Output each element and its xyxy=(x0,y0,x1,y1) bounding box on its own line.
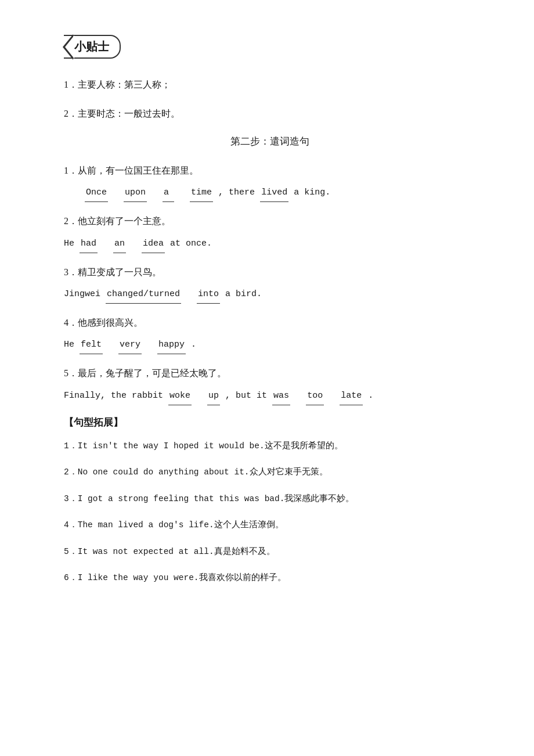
sentence-3-chinese: 3．精卫变成了一只鸟。 xyxy=(64,264,476,281)
ext-item-1-text: It isn't the way I hoped it would be.这不是… xyxy=(78,441,343,451)
ext-item-6-text: I like the way you were.我喜欢你以前的样子。 xyxy=(78,573,286,582)
point-1: 1．主要人称：第三人称； xyxy=(64,76,476,93)
ext-item-3-num: 3． xyxy=(64,494,78,503)
ext-item-4-num: 4． xyxy=(64,520,78,530)
word-very: very xyxy=(118,336,142,354)
ext-item-3-text: I got a strong feeling that this was bad… xyxy=(78,494,355,503)
sentence-3-num: 3． xyxy=(64,267,78,277)
tip-badge: 小贴士 xyxy=(64,35,121,59)
ext-item-2-num: 2． xyxy=(64,467,78,477)
ext-item-2: 2．No one could do anything about it.众人对它… xyxy=(64,465,476,481)
ext-item-5-text: It was not expected at all.真是始料不及。 xyxy=(78,547,275,556)
tip-badge-text: 小贴士 xyxy=(74,40,109,53)
ext-item-1: 1．It isn't the way I hoped it would be.这… xyxy=(64,438,476,455)
ext-item-3: 3．I got a strong feeling that this was b… xyxy=(64,491,476,507)
ext-item-6: 6．I like the way you were.我喜欢你以前的样子。 xyxy=(64,570,476,586)
sentence-1-english: Once upon a time , there lived a king. xyxy=(64,184,476,202)
point-1-text: 主要人称：第三人称； xyxy=(78,80,171,89)
word-once: Once xyxy=(85,184,108,202)
sentence-block-1: 1．从前，有一位国王住在那里。 Once upon a time , there… xyxy=(64,162,476,202)
word-time: time xyxy=(190,184,213,202)
ext-item-4-text: The man lived a dog's life.这个人生活潦倒。 xyxy=(78,520,284,530)
word-woke: woke xyxy=(168,387,192,405)
sentence-5-chinese: 5．最后，兔子醒了，可是已经太晚了。 xyxy=(64,365,476,382)
sentence-block-2: 2．他立刻有了一个主意。 He had an idea at once. xyxy=(64,213,476,253)
point-2-text: 主要时态：一般过去时。 xyxy=(78,109,180,118)
ext-item-5-num: 5． xyxy=(64,547,78,556)
word-felt: felt xyxy=(80,336,103,354)
point-2-number: 2． xyxy=(64,109,78,118)
word-late: late xyxy=(340,387,363,405)
word-changed-turned: changed/turned xyxy=(106,286,181,304)
step2-title-text: 第二步：遣词造句 xyxy=(230,136,309,147)
sentence-1-chinese: 1．从前，有一位国王住在那里。 xyxy=(64,162,476,179)
ext-items-list: 1．It isn't the way I hoped it would be.这… xyxy=(64,438,476,586)
ext-item-6-num: 6． xyxy=(64,573,78,582)
word-idea: idea xyxy=(142,235,165,253)
sentence-4-chinese: 4．他感到很高兴。 xyxy=(64,314,476,332)
word-an: an xyxy=(113,235,126,253)
word-too: too xyxy=(306,387,324,405)
ext-item-1-num: 1． xyxy=(64,441,78,451)
ext-item-5: 5．It was not expected at all.真是始料不及。 xyxy=(64,544,476,560)
word-a1: a xyxy=(163,184,174,202)
sentence-5-english: Finally, the rabbit woke up , but it was… xyxy=(64,387,476,405)
point-1-number: 1． xyxy=(64,80,78,89)
sentence-4-num: 4． xyxy=(64,318,78,327)
sentence-4-english: He felt very happy . xyxy=(64,336,476,354)
sentence-2-chinese: 2．他立刻有了一个主意。 xyxy=(64,213,476,230)
word-was: was xyxy=(272,387,290,405)
sentence-block-5: 5．最后，兔子醒了，可是已经太晚了。 Finally, the rabbit w… xyxy=(64,365,476,405)
word-happy: happy xyxy=(157,336,186,354)
sentence-block-4: 4．他感到很高兴。 He felt very happy . xyxy=(64,314,476,354)
sentence-3-english: Jingwei changed/turned into a bird. xyxy=(64,286,476,304)
word-up: up xyxy=(207,387,220,405)
ext-section-title: 【句型拓展】 xyxy=(64,416,476,429)
ext-item-2-text: No one could do anything about it.众人对它束手… xyxy=(78,467,328,477)
word-lived: lived xyxy=(260,184,288,202)
ext-title-text: 【句型拓展】 xyxy=(64,417,123,428)
word-into: into xyxy=(197,286,220,304)
sentence-block-3: 3．精卫变成了一只鸟。 Jingwei changed/turned into … xyxy=(64,264,476,304)
tip-section: 小贴士 xyxy=(64,35,476,59)
word-had: had xyxy=(80,235,98,253)
sentence-5-num: 5． xyxy=(64,368,78,378)
step2-title: 第二步：遣词造句 xyxy=(64,135,476,148)
sentence-1-num: 1． xyxy=(64,165,78,175)
ext-item-4: 4．The man lived a dog's life.这个人生活潦倒。 xyxy=(64,517,476,534)
sentence-2-num: 2． xyxy=(64,216,78,226)
word-upon: upon xyxy=(124,184,147,202)
sentence-2-english: He had an idea at once. xyxy=(64,235,476,253)
point-2: 2．主要时态：一般过去时。 xyxy=(64,105,476,123)
